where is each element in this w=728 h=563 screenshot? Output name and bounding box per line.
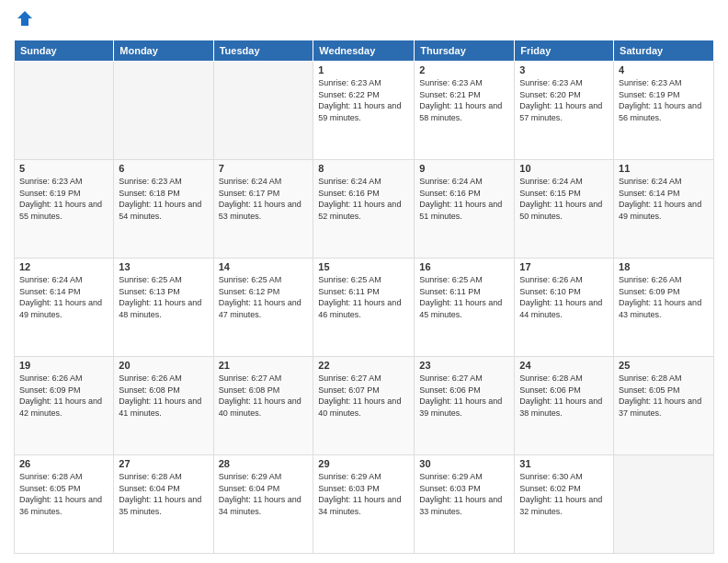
day-info: Sunrise: 6:25 AMSunset: 6:13 PMDaylight:… xyxy=(119,275,201,319)
calendar-header-saturday: Saturday xyxy=(614,40,714,62)
day-info: Sunrise: 6:23 AMSunset: 6:18 PMDaylight:… xyxy=(119,177,201,221)
day-info: Sunrise: 6:24 AMSunset: 6:16 PMDaylight:… xyxy=(318,177,401,221)
calendar-cell xyxy=(213,62,313,160)
calendar-cell: 25Sunrise: 6:28 AMSunset: 6:05 PMDayligh… xyxy=(614,357,714,455)
calendar-cell: 14Sunrise: 6:25 AMSunset: 6:12 PMDayligh… xyxy=(213,259,313,357)
day-number: 14 xyxy=(219,261,309,272)
day-info: Sunrise: 6:24 AMSunset: 6:14 PMDaylight:… xyxy=(19,275,102,319)
day-number: 27 xyxy=(119,458,208,469)
calendar-cell: 7Sunrise: 6:24 AMSunset: 6:17 PMDaylight… xyxy=(213,160,313,259)
day-number: 22 xyxy=(318,360,409,371)
day-info: Sunrise: 6:23 AMSunset: 6:21 PMDaylight:… xyxy=(419,78,502,122)
day-info: Sunrise: 6:28 AMSunset: 6:04 PMDaylight:… xyxy=(119,472,201,516)
day-number: 13 xyxy=(119,261,208,272)
calendar-cell: 21Sunrise: 6:27 AMSunset: 6:08 PMDayligh… xyxy=(213,357,313,455)
day-info: Sunrise: 6:23 AMSunset: 6:20 PMDaylight:… xyxy=(519,78,602,122)
day-number: 30 xyxy=(419,458,509,469)
day-info: Sunrise: 6:23 AMSunset: 6:19 PMDaylight:… xyxy=(19,177,102,221)
calendar-cell: 31Sunrise: 6:30 AMSunset: 6:02 PMDayligh… xyxy=(515,455,614,554)
calendar-cell: 9Sunrise: 6:24 AMSunset: 6:16 PMDaylight… xyxy=(415,160,515,259)
calendar-cell: 15Sunrise: 6:25 AMSunset: 6:11 PMDayligh… xyxy=(313,259,415,357)
day-number: 3 xyxy=(519,64,609,75)
day-info: Sunrise: 6:25 AMSunset: 6:12 PMDaylight:… xyxy=(219,275,301,319)
calendar-cell xyxy=(614,455,714,554)
day-info: Sunrise: 6:24 AMSunset: 6:15 PMDaylight:… xyxy=(519,177,602,221)
day-info: Sunrise: 6:26 AMSunset: 6:09 PMDaylight:… xyxy=(619,275,701,319)
calendar-cell: 23Sunrise: 6:27 AMSunset: 6:06 PMDayligh… xyxy=(415,357,515,455)
logo-icon xyxy=(16,9,34,28)
day-number: 4 xyxy=(619,64,709,75)
calendar-cell: 6Sunrise: 6:23 AMSunset: 6:18 PMDaylight… xyxy=(114,160,213,259)
header xyxy=(14,9,714,32)
day-number: 6 xyxy=(119,163,208,174)
calendar-cell xyxy=(114,62,213,160)
calendar-header-row: SundayMondayTuesdayWednesdayThursdayFrid… xyxy=(15,40,714,62)
day-number: 16 xyxy=(419,261,509,272)
day-number: 28 xyxy=(219,458,309,469)
day-number: 8 xyxy=(318,163,409,174)
calendar-cell: 8Sunrise: 6:24 AMSunset: 6:16 PMDaylight… xyxy=(313,160,415,259)
calendar-cell: 5Sunrise: 6:23 AMSunset: 6:19 PMDaylight… xyxy=(15,160,114,259)
day-info: Sunrise: 6:29 AMSunset: 6:03 PMDaylight:… xyxy=(318,472,401,516)
day-info: Sunrise: 6:24 AMSunset: 6:16 PMDaylight:… xyxy=(419,177,502,221)
day-number: 15 xyxy=(318,261,409,272)
day-info: Sunrise: 6:25 AMSunset: 6:11 PMDaylight:… xyxy=(419,275,502,319)
day-number: 29 xyxy=(318,458,409,469)
day-info: Sunrise: 6:23 AMSunset: 6:22 PMDaylight:… xyxy=(318,78,401,122)
calendar-week-2: 5Sunrise: 6:23 AMSunset: 6:19 PMDaylight… xyxy=(15,160,714,259)
logo xyxy=(14,9,34,32)
calendar-header-monday: Monday xyxy=(114,40,213,62)
day-number: 17 xyxy=(519,261,609,272)
calendar-cell: 13Sunrise: 6:25 AMSunset: 6:13 PMDayligh… xyxy=(114,259,213,357)
calendar-cell: 30Sunrise: 6:29 AMSunset: 6:03 PMDayligh… xyxy=(415,455,515,554)
calendar-cell: 10Sunrise: 6:24 AMSunset: 6:15 PMDayligh… xyxy=(515,160,614,259)
calendar-cell xyxy=(15,62,114,160)
day-info: Sunrise: 6:29 AMSunset: 6:03 PMDaylight:… xyxy=(419,472,502,516)
day-info: Sunrise: 6:25 AMSunset: 6:11 PMDaylight:… xyxy=(318,275,401,319)
calendar-cell: 19Sunrise: 6:26 AMSunset: 6:09 PMDayligh… xyxy=(15,357,114,455)
calendar-body: 1Sunrise: 6:23 AMSunset: 6:22 PMDaylight… xyxy=(15,62,714,554)
svg-marker-0 xyxy=(17,11,32,26)
day-info: Sunrise: 6:27 AMSunset: 6:07 PMDaylight:… xyxy=(318,373,401,418)
day-info: Sunrise: 6:23 AMSunset: 6:19 PMDaylight:… xyxy=(619,78,701,122)
day-info: Sunrise: 6:24 AMSunset: 6:17 PMDaylight:… xyxy=(219,177,301,221)
calendar-cell: 17Sunrise: 6:26 AMSunset: 6:10 PMDayligh… xyxy=(515,259,614,357)
day-number: 26 xyxy=(19,458,108,469)
day-info: Sunrise: 6:26 AMSunset: 6:10 PMDaylight:… xyxy=(519,275,602,319)
calendar-week-1: 1Sunrise: 6:23 AMSunset: 6:22 PMDaylight… xyxy=(15,62,714,160)
day-number: 5 xyxy=(19,163,108,174)
day-number: 25 xyxy=(619,360,709,371)
day-number: 19 xyxy=(19,360,108,371)
calendar-cell: 4Sunrise: 6:23 AMSunset: 6:19 PMDaylight… xyxy=(614,62,714,160)
calendar-header-friday: Friday xyxy=(515,40,614,62)
day-number: 31 xyxy=(519,458,609,469)
day-info: Sunrise: 6:27 AMSunset: 6:06 PMDaylight:… xyxy=(419,373,502,418)
calendar-cell: 12Sunrise: 6:24 AMSunset: 6:14 PMDayligh… xyxy=(15,259,114,357)
day-info: Sunrise: 6:28 AMSunset: 6:05 PMDaylight:… xyxy=(19,472,102,516)
day-number: 24 xyxy=(519,360,609,371)
day-info: Sunrise: 6:29 AMSunset: 6:04 PMDaylight:… xyxy=(219,472,301,516)
calendar-header-wednesday: Wednesday xyxy=(313,40,415,62)
day-number: 7 xyxy=(219,163,309,174)
calendar-header-sunday: Sunday xyxy=(15,40,114,62)
calendar-table: SundayMondayTuesdayWednesdayThursdayFrid… xyxy=(14,40,714,554)
calendar-cell: 16Sunrise: 6:25 AMSunset: 6:11 PMDayligh… xyxy=(415,259,515,357)
day-number: 12 xyxy=(19,261,108,272)
day-info: Sunrise: 6:28 AMSunset: 6:06 PMDaylight:… xyxy=(519,373,602,418)
calendar-cell: 26Sunrise: 6:28 AMSunset: 6:05 PMDayligh… xyxy=(15,455,114,554)
calendar-header-tuesday: Tuesday xyxy=(213,40,313,62)
calendar-cell: 18Sunrise: 6:26 AMSunset: 6:09 PMDayligh… xyxy=(614,259,714,357)
day-info: Sunrise: 6:26 AMSunset: 6:08 PMDaylight:… xyxy=(119,373,201,418)
calendar-header-thursday: Thursday xyxy=(415,40,515,62)
day-info: Sunrise: 6:28 AMSunset: 6:05 PMDaylight:… xyxy=(619,373,701,418)
page: SundayMondayTuesdayWednesdayThursdayFrid… xyxy=(0,0,728,563)
day-info: Sunrise: 6:24 AMSunset: 6:14 PMDaylight:… xyxy=(619,177,701,221)
calendar-week-3: 12Sunrise: 6:24 AMSunset: 6:14 PMDayligh… xyxy=(15,259,714,357)
calendar-cell: 11Sunrise: 6:24 AMSunset: 6:14 PMDayligh… xyxy=(614,160,714,259)
calendar-week-4: 19Sunrise: 6:26 AMSunset: 6:09 PMDayligh… xyxy=(15,357,714,455)
day-info: Sunrise: 6:27 AMSunset: 6:08 PMDaylight:… xyxy=(219,373,301,418)
day-number: 18 xyxy=(619,261,709,272)
day-info: Sunrise: 6:30 AMSunset: 6:02 PMDaylight:… xyxy=(519,472,602,516)
calendar-cell: 1Sunrise: 6:23 AMSunset: 6:22 PMDaylight… xyxy=(313,62,415,160)
day-number: 21 xyxy=(219,360,309,371)
